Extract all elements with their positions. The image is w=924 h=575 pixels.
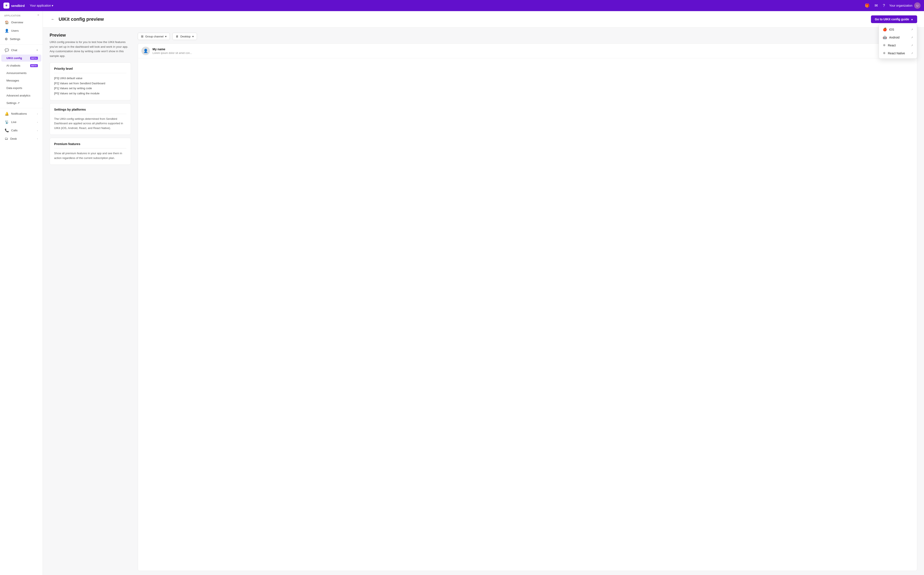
- sidebar-label-announcements: Announcements: [6, 71, 38, 75]
- chat-chevron-down-icon: ▾: [37, 49, 38, 52]
- sidebar-item-live[interactable]: 📡 Live ›: [1, 118, 41, 126]
- mail-icon: ✉: [875, 3, 878, 8]
- dropdown-label-ios: iOS: [889, 28, 894, 31]
- sidebar-label-messages: Messages: [6, 79, 38, 82]
- sidebar-item-advanced-analytics[interactable]: Advanced analytics: [1, 92, 41, 99]
- sidebar-section-header: APPLICATION «: [0, 11, 43, 18]
- desktop-icon: 🖥: [176, 35, 179, 38]
- guide-chevron-up-icon: ▲: [911, 18, 913, 21]
- apple-icon: 🍎: [883, 27, 887, 32]
- user-icon: 👤: [5, 29, 9, 33]
- guide-button[interactable]: Go to UIKit config guide ▲: [871, 15, 917, 23]
- back-icon: ←: [51, 17, 55, 21]
- info-panel: Preview UIKit config preview is for you …: [49, 33, 131, 571]
- guide-dropdown-menu: 🍎 iOS ↗ 🤖 Android ↗ ⚛ React ↗: [879, 24, 917, 59]
- channel-list-item[interactable]: 👤 My name Lorem ipsum dolor sit amet con…: [138, 44, 917, 59]
- sidebar-item-calls[interactable]: 📞 Calls ›: [1, 126, 41, 134]
- sidebar-item-overview[interactable]: 🏠 Overview: [1, 18, 41, 26]
- sidebar-collapse-button[interactable]: «: [35, 13, 42, 16]
- channel-info: My name Lorem ipsum dolor sit amet con..…: [152, 48, 907, 54]
- gear-icon: ⚙: [5, 37, 8, 41]
- device-label: Desktop: [180, 35, 191, 38]
- uikit-config-badge: BETA: [30, 57, 38, 60]
- live-icon: 📡: [5, 120, 9, 124]
- calls-chevron-right-icon: ›: [37, 129, 38, 132]
- dropdown-item-ios[interactable]: 🍎 iOS ↗: [879, 25, 917, 33]
- dropdown-label-android: Android: [889, 36, 899, 39]
- preview-panel: ⊞ Group channel ▾ 🖥 Desktop ▾ 👤: [138, 33, 917, 571]
- sidebar-item-messages[interactable]: Messages: [1, 77, 41, 84]
- channel-type-chevron-icon: ▾: [165, 35, 167, 38]
- preview-controls: ⊞ Group channel ▾ 🖥 Desktop ▾: [138, 33, 917, 40]
- app-selector-chevron: ▾: [52, 4, 53, 7]
- sidebar-item-settings[interactable]: ⚙ Settings: [1, 35, 41, 43]
- sidebar-item-data-exports[interactable]: Data exports: [1, 84, 41, 92]
- android-icon: 🤖: [883, 35, 887, 40]
- dropdown-item-react-native[interactable]: ⚛ React Native ↗: [879, 49, 917, 57]
- external-link-icon-react: ↗: [911, 44, 913, 47]
- sendbird-logo: [3, 3, 10, 8]
- priority-level-title: Priority level: [54, 67, 126, 70]
- channel-type-label: Group channel: [145, 35, 164, 38]
- sidebar-item-ai-chatbots[interactable]: AI chatbots BETA: [1, 62, 41, 69]
- notifications-chevron-right-icon: ›: [37, 113, 38, 115]
- external-link-icon-ios: ↗: [911, 28, 913, 31]
- desk-icon: 🗂: [5, 137, 8, 141]
- priority-level-card: Priority level [P3] UIKit default value …: [49, 62, 131, 100]
- home-icon: 🏠: [5, 20, 9, 24]
- group-channel-icon: ⊞: [141, 35, 143, 38]
- guide-btn-wrapper: Go to UIKit config guide ▲ 🍎 iOS ↗ 🤖 And…: [871, 15, 917, 23]
- sidebar-item-uikit-config[interactable]: UIKit config BETA: [1, 54, 41, 62]
- external-link-icon-react-native: ↗: [911, 52, 913, 55]
- device-chevron-icon: ▾: [192, 35, 194, 38]
- sidebar-label-desk: Desk: [10, 137, 35, 140]
- phone-icon: 📞: [5, 129, 9, 132]
- avatar: U: [914, 2, 921, 9]
- sidebar-label-chat: Chat: [11, 49, 35, 52]
- sidebar-label-settings: Settings: [10, 37, 38, 41]
- channel-type-selector[interactable]: ⊞ Group channel ▾: [138, 33, 170, 40]
- page-title: UIKit config preview: [59, 16, 104, 22]
- preview-description: UIKit config preview is for you to test …: [49, 40, 131, 58]
- guide-button-label: Go to UIKit config guide: [875, 17, 909, 21]
- external-link-icon-android: ↗: [911, 36, 913, 39]
- preview-section-title: Preview: [49, 33, 131, 38]
- sidebar-item-announcements[interactable]: Announcements: [1, 70, 41, 76]
- back-button[interactable]: ←: [49, 17, 56, 22]
- sidebar-item-users[interactable]: 👤 Users: [1, 27, 41, 35]
- sidebar-item-chat[interactable]: 💬 Chat ▾: [1, 46, 41, 54]
- org-selector[interactable]: Your organization U: [889, 2, 921, 9]
- premium-features-body: Show all premium features in your app an…: [54, 151, 126, 160]
- channel-name: My name: [152, 48, 907, 51]
- content-area: Preview UIKit config preview is for you …: [43, 28, 924, 575]
- sidebar-item-notifications[interactable]: 🔔 Notifications ›: [1, 110, 41, 118]
- gift-button[interactable]: 🎁: [864, 2, 870, 9]
- gift-icon: 🎁: [865, 3, 870, 8]
- priority-line-2: [P1] Values set by writing code: [54, 86, 126, 91]
- app-selector[interactable]: Your application ▾: [28, 3, 55, 8]
- desk-chevron-right-icon: ›: [37, 137, 38, 140]
- help-button[interactable]: ?: [882, 3, 886, 9]
- settings-by-platforms-card: Settings by platforms The UIKit config s…: [49, 103, 131, 135]
- dropdown-item-android[interactable]: 🤖 Android ↗: [879, 33, 917, 41]
- org-label: Your organization: [889, 4, 913, 7]
- premium-features-card: Premium features Show all premium featur…: [49, 138, 131, 165]
- sidebar-label-notifications: Notifications: [11, 112, 35, 115]
- device-selector[interactable]: 🖥 Desktop ▾: [172, 33, 197, 40]
- main-content: ← UIKit config preview Go to UIKit confi…: [43, 11, 924, 575]
- sidebar-item-chat-settings[interactable]: Settings ↗: [1, 100, 41, 106]
- sidebar-label-chat-settings: Settings ↗: [6, 102, 38, 105]
- mail-button[interactable]: ✉: [874, 2, 879, 9]
- sidebar-label-calls: Calls: [11, 129, 35, 132]
- dropdown-item-react[interactable]: ⚛ React ↗: [879, 41, 917, 49]
- sidebar-item-desk[interactable]: 🗂 Desk ›: [1, 135, 41, 143]
- channel-preview: 👤 My name Lorem ipsum dolor sit amet con…: [138, 43, 917, 571]
- dropdown-label-react: React: [888, 44, 896, 47]
- priority-level-content: [P3] UIKit default value [P2] Values set…: [54, 76, 126, 96]
- sidebar-section-label: APPLICATION: [1, 11, 24, 18]
- priority-line-1: [P2] Values set from Sendbird Dashboard: [54, 81, 126, 86]
- sidebar-divider-2: [0, 108, 43, 108]
- sidebar: APPLICATION « 🏠 Overview 👤 Users ⚙ Setti…: [0, 11, 43, 575]
- sidebar-divider-1: [0, 44, 43, 45]
- priority-line-3: [P0] Values set by calling the module: [54, 91, 126, 96]
